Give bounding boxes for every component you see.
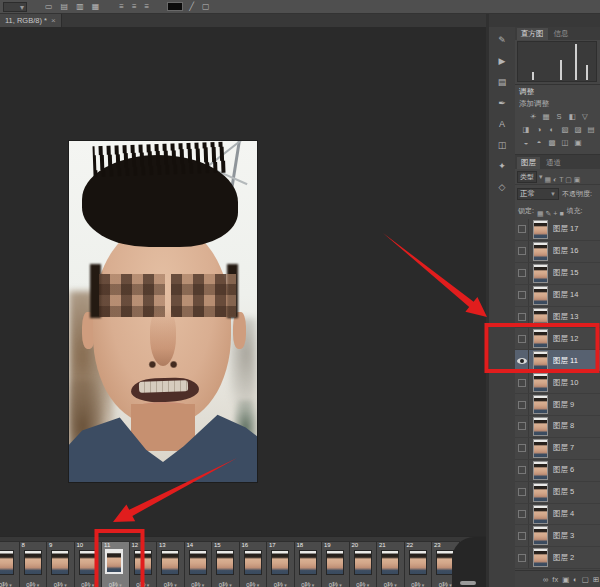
hue-saturation-icon[interactable]: ◨ (521, 125, 531, 135)
layer-row[interactable]: 图层 10 (515, 372, 600, 394)
animation-frame[interactable]: 110秒 ▾ (102, 541, 130, 587)
anti-alias-icon[interactable]: ╱ (187, 2, 196, 12)
layer-row[interactable]: 图层 14 (515, 285, 600, 307)
animation-frame[interactable]: 180秒 ▾ (295, 541, 323, 587)
animation-frame[interactable]: 120秒 ▾ (130, 541, 158, 587)
layer-visibility-toggle[interactable] (515, 504, 529, 525)
align-right-icon[interactable]: ≡ (143, 2, 152, 12)
photo-filter-icon[interactable]: ▧ (560, 125, 570, 135)
layer-visibility-toggle[interactable] (515, 307, 529, 328)
layer-mask-icon[interactable]: ▣ (562, 575, 569, 584)
frame-delay[interactable]: 0秒 ▾ (102, 581, 129, 587)
layer-row[interactable]: 图层 15 (515, 263, 600, 285)
frame-delay[interactable]: 0秒 ▾ (405, 581, 432, 587)
brush-panel-icon[interactable]: ▤ (493, 75, 511, 90)
animation-frame[interactable]: 220秒 ▾ (405, 541, 433, 587)
layer-visibility-toggle[interactable] (515, 241, 529, 262)
style-icon-3[interactable]: ▦ (90, 2, 102, 12)
layer-visibility-toggle[interactable] (515, 416, 529, 437)
layer-visibility-toggle[interactable] (515, 372, 529, 393)
character-panel-icon[interactable]: A (493, 117, 511, 132)
styles-panel-icon[interactable]: ✦ (493, 159, 511, 174)
layer-row[interactable]: 图层 6 (515, 460, 600, 482)
layer-visibility-toggle[interactable] (515, 525, 529, 546)
layer-row[interactable]: 图层 12 (515, 328, 600, 350)
selective-color-icon[interactable]: ▣ (573, 138, 583, 148)
filter-pixel-icon[interactable]: ▦ (545, 176, 554, 183)
new-layer-icon[interactable]: ⊞ (593, 575, 599, 584)
animation-frame[interactable]: 130秒 ▾ (157, 541, 185, 587)
tab-layers[interactable]: 图层 (517, 157, 540, 169)
frame-delay[interactable]: 0秒 ▾ (130, 581, 157, 587)
layer-row[interactable]: 图层 11 (515, 350, 600, 372)
link-layers-icon[interactable]: ∞ (543, 575, 548, 584)
color-lookup-icon[interactable]: ▤ (586, 125, 596, 135)
canvas-area[interactable] (0, 27, 486, 587)
layer-filter-dropdown[interactable]: 类型 (517, 171, 537, 183)
gradient-map-icon[interactable]: ◫ (560, 138, 570, 148)
color-swatch[interactable] (167, 2, 183, 11)
frame-delay[interactable]: 0秒 ▾ (157, 581, 184, 587)
layer-group-icon[interactable]: ▢ (582, 575, 589, 584)
3d-panel-icon[interactable]: ◇ (493, 180, 511, 195)
layer-visibility-toggle[interactable] (515, 394, 529, 415)
layer-visibility-toggle[interactable] (515, 438, 529, 459)
animation-frame[interactable]: 150秒 ▾ (212, 541, 240, 587)
frame-delay[interactable]: 0秒 ▾ (322, 581, 349, 587)
layer-row[interactable]: 图层 9 (515, 394, 600, 416)
channel-mixer-icon[interactable]: ▨ (573, 125, 583, 135)
layer-visibility-toggle[interactable] (515, 350, 529, 371)
layer-row[interactable]: 图层 16 (515, 241, 600, 263)
blend-mode-select[interactable]: 正常 ▼ (517, 188, 559, 200)
vibrance-icon[interactable]: ▽ (580, 112, 590, 122)
lock-transparency-icon[interactable]: ▦ (537, 210, 546, 217)
timeline-scrollbar[interactable] (460, 581, 476, 585)
filter-caret-icon[interactable]: ▾ (539, 173, 543, 181)
lock-all-icon[interactable]: ■ (559, 210, 563, 217)
frame-delay[interactable]: 0秒 ▾ (20, 581, 47, 587)
threshold-icon[interactable]: ▩ (547, 138, 557, 148)
frame-delay[interactable]: 0秒 ▾ (75, 581, 102, 587)
curves-panel-icon[interactable]: ✎ (493, 33, 511, 48)
layer-row[interactable]: 图层 8 (515, 416, 600, 438)
curves-icon[interactable]: S (554, 112, 564, 122)
animation-frame[interactable]: 80秒 ▾ (20, 541, 48, 587)
animation-frame[interactable]: 200秒 ▾ (350, 541, 378, 587)
frame-delay[interactable]: 0秒 ▾ (185, 581, 212, 587)
animation-frame[interactable]: 210秒 ▾ (377, 541, 405, 587)
brightness-contrast-icon[interactable]: ☀ (528, 112, 538, 122)
frame-delay[interactable]: 0秒 ▾ (240, 581, 267, 587)
frame-delay[interactable]: 0秒 ▾ (47, 581, 74, 587)
animation-frame[interactable]: 160秒 ▾ (240, 541, 268, 587)
layer-visibility-toggle[interactable] (515, 482, 529, 503)
layer-visibility-toggle[interactable] (515, 547, 529, 568)
paragraph-panel-icon[interactable]: ◫ (493, 138, 511, 153)
tab-info[interactable]: 信息 (550, 28, 573, 40)
layer-row[interactable]: 图层 2 (515, 547, 600, 569)
animation-frame[interactable]: 170秒 ▾ (267, 541, 295, 587)
clone-source-panel-icon[interactable]: ✒ (493, 96, 511, 111)
brush-icon[interactable]: ▭ (43, 2, 55, 12)
align-left-icon[interactable]: ≡ (117, 2, 126, 12)
layer-row[interactable]: 图层 7 (515, 438, 600, 460)
layer-row[interactable]: 图层 5 (515, 482, 600, 504)
layer-effects-icon[interactable]: fx (552, 575, 558, 584)
animation-frame[interactable]: 140秒 ▾ (185, 541, 213, 587)
posterize-icon[interactable]: ◓ (534, 138, 544, 148)
animation-frame[interactable]: 90秒 ▾ (47, 541, 75, 587)
layer-visibility-toggle[interactable] (515, 285, 529, 306)
animation-frame[interactable]: 100秒 ▾ (75, 541, 103, 587)
layer-row[interactable]: 图层 17 (515, 219, 600, 241)
frame-delay[interactable]: 0秒 ▾ (0, 581, 19, 587)
frame-delay[interactable]: 0秒 ▾ (350, 581, 377, 587)
style-icon-2[interactable]: ▥ (74, 2, 86, 12)
tab-histogram[interactable]: 直方图 (517, 28, 548, 40)
layer-row[interactable]: 图层 3 (515, 525, 600, 547)
animation-frame[interactable]: 70秒 ▾ (0, 541, 20, 587)
levels-icon[interactable]: ▦ (541, 112, 551, 122)
animation-frame[interactable]: 190秒 ▾ (322, 541, 350, 587)
align-center-icon[interactable]: ≡ (130, 2, 139, 12)
document-tab[interactable]: 11, RGB/8) * × (0, 14, 62, 27)
folder-icon[interactable]: ▢ (200, 2, 212, 12)
tool-preset-dropdown[interactable]: ▾ (3, 2, 27, 12)
